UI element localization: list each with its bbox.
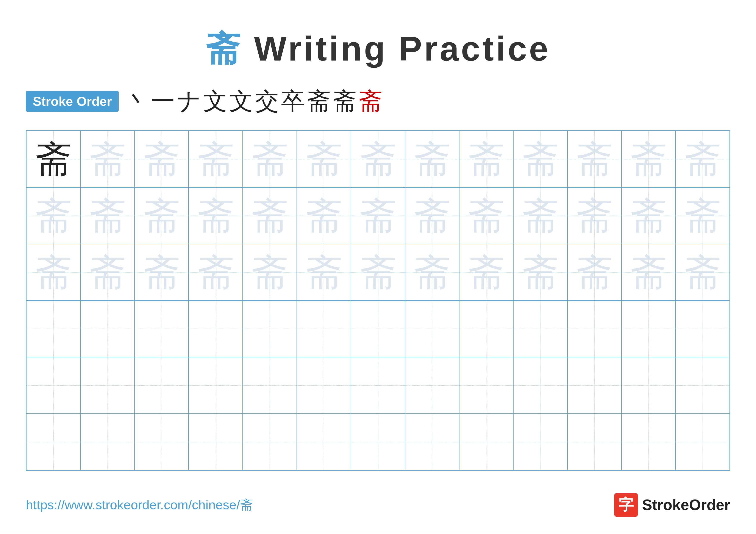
stroke-2: 一: [151, 85, 175, 117]
grid-cell: 斋: [676, 131, 730, 188]
practice-char: 斋: [360, 141, 396, 177]
practice-char: 斋: [306, 197, 342, 234]
grid-cell: 斋: [297, 188, 351, 244]
practice-char: 斋: [35, 197, 72, 234]
logo-icon: 字: [614, 493, 638, 517]
grid-cell: 斋: [351, 131, 405, 188]
grid-cell: [567, 300, 622, 357]
grid-cell: 斋: [351, 188, 405, 244]
grid-cell: 斋: [189, 244, 243, 300]
stroke-4: 文: [203, 85, 227, 117]
grid-cell: 斋: [26, 131, 80, 188]
grid-cell: [459, 300, 513, 357]
grid-cell: 斋: [405, 244, 459, 300]
grid-cell: 斋: [567, 131, 622, 188]
grid-cell: [297, 414, 351, 470]
grid-cell: 斋: [567, 244, 622, 300]
practice-char: 斋: [468, 141, 504, 177]
grid-cell: [243, 414, 297, 470]
grid-cell: 斋: [459, 188, 513, 244]
grid-cell: [189, 300, 243, 357]
practice-char: 斋: [630, 197, 667, 234]
grid-cell: [189, 357, 243, 414]
stroke-5: 文: [229, 85, 253, 117]
grid-cell: [405, 414, 459, 470]
grid-cell: [459, 357, 513, 414]
practice-char: 斋: [198, 141, 234, 177]
grid-cell: [405, 300, 459, 357]
practice-char: 斋: [252, 254, 288, 291]
grid-cell: [351, 300, 405, 357]
grid-cell: 斋: [676, 244, 730, 300]
grid-cell: 斋: [567, 188, 622, 244]
grid-cell: [351, 357, 405, 414]
grid-cell: 斋: [513, 244, 567, 300]
grid-cell: [80, 300, 134, 357]
grid-cell: [134, 300, 189, 357]
grid-cell: [513, 300, 567, 357]
grid-cell: [622, 357, 676, 414]
practice-char: 斋: [684, 254, 721, 291]
page-title: 斋 Writing Practice: [26, 26, 730, 72]
grid-cell: 斋: [513, 188, 567, 244]
grid-cell: 斋: [243, 188, 297, 244]
grid-cell: [622, 414, 676, 470]
practice-char: 斋: [89, 197, 126, 234]
grid-cell: [459, 414, 513, 470]
practice-char: 斋: [252, 141, 288, 177]
grid-cell: 斋: [243, 244, 297, 300]
logo-text: StrokeOrder: [642, 496, 730, 514]
grid-cell: [567, 414, 622, 470]
stroke-9: 斋: [333, 85, 357, 117]
title-rest: Writing Practice: [242, 29, 551, 68]
practice-char: 斋: [414, 197, 450, 234]
stroke-7: 卒: [281, 85, 305, 117]
practice-char: 斋: [576, 197, 613, 234]
stroke-8: 斋: [307, 85, 331, 117]
grid-cell: 斋: [80, 244, 134, 300]
practice-char: 斋: [468, 254, 504, 291]
practice-char: 斋: [306, 254, 342, 291]
grid-cell: [134, 357, 189, 414]
grid-cell: [189, 414, 243, 470]
grid-cell: [676, 414, 730, 470]
grid-cell: [513, 357, 567, 414]
practice-char: 斋: [89, 254, 126, 291]
grid-cell: 斋: [297, 131, 351, 188]
stroke-sequence: 丶 一 ナ 文 文 交 卒 斋 斋 斋: [125, 85, 382, 117]
grid-cell: 斋: [459, 131, 513, 188]
practice-char: 斋: [414, 141, 450, 177]
practice-char: 斋: [198, 197, 234, 234]
practice-char: 斋: [360, 197, 396, 234]
grid-cell: 斋: [405, 131, 459, 188]
page: 斋 Writing Practice Stroke Order 丶 一 ナ 文 …: [0, 0, 756, 534]
grid-cell: [297, 300, 351, 357]
grid-cell: 斋: [80, 188, 134, 244]
practice-char: 斋: [89, 141, 126, 177]
grid-cell: 斋: [622, 188, 676, 244]
grid-cell: [567, 357, 622, 414]
practice-char: 斋: [198, 254, 234, 291]
grid-cell: 斋: [351, 244, 405, 300]
practice-char: 斋: [684, 197, 721, 234]
practice-char: 斋: [35, 141, 72, 177]
grid-cell: 斋: [26, 244, 80, 300]
footer-url[interactable]: https://www.strokeorder.com/chinese/斋: [26, 496, 253, 514]
grid-cell: 斋: [622, 244, 676, 300]
grid-cell: [351, 414, 405, 470]
practice-char: 斋: [143, 254, 180, 291]
stroke-order-row: Stroke Order 丶 一 ナ 文 文 交 卒 斋 斋 斋: [26, 85, 730, 117]
grid-cell: 斋: [134, 244, 189, 300]
grid-cell: [676, 357, 730, 414]
grid-cell: 斋: [189, 188, 243, 244]
grid-cell: [405, 357, 459, 414]
grid-cell: [622, 300, 676, 357]
practice-char: 斋: [252, 197, 288, 234]
practice-char: 斋: [414, 254, 450, 291]
grid-cell: [26, 414, 80, 470]
grid-cell: [26, 357, 80, 414]
practice-char: 斋: [143, 141, 180, 177]
grid-cell: [243, 300, 297, 357]
practice-char: 斋: [684, 141, 721, 177]
stroke-6: 交: [255, 85, 279, 117]
